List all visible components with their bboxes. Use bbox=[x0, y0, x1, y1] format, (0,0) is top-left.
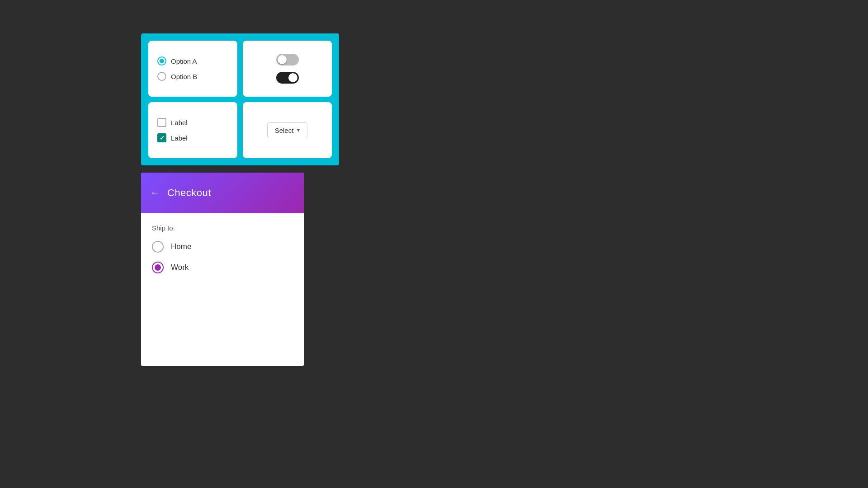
checkout-title: Checkout bbox=[167, 187, 211, 199]
radio-label-b: Option B bbox=[171, 73, 197, 80]
checkbox-label-2: Label bbox=[171, 134, 188, 142]
chevron-down-icon: ▾ bbox=[297, 127, 300, 133]
toggle-knob-on bbox=[288, 73, 297, 82]
widget-panel: Option A Option B Label bbox=[141, 33, 339, 165]
ship-label-home: Home bbox=[171, 242, 191, 251]
radio-circle-a bbox=[157, 56, 166, 66]
toggle-group bbox=[252, 54, 323, 84]
select-button[interactable]: Select ▾ bbox=[267, 122, 308, 138]
toggle-on[interactable] bbox=[276, 72, 299, 84]
select-label: Select bbox=[275, 127, 294, 134]
radio-group: Option A Option B bbox=[157, 56, 197, 81]
radio-option-b[interactable]: Option B bbox=[157, 72, 197, 81]
checkbox-label-1: Label bbox=[171, 119, 188, 127]
radio-label-a: Option A bbox=[171, 57, 197, 65]
ship-option-work[interactable]: Work bbox=[152, 262, 293, 273]
ship-label-work: Work bbox=[171, 263, 189, 272]
checkbox-item-1[interactable]: Label bbox=[157, 118, 188, 127]
checkbox-box-1 bbox=[157, 118, 166, 127]
select-card: Select ▾ bbox=[243, 102, 332, 158]
radio-option-a[interactable]: Option A bbox=[157, 56, 197, 66]
toggle-knob-off bbox=[278, 55, 287, 64]
checkout-panel: ← Checkout Ship to: Home Work bbox=[141, 173, 304, 366]
ship-radio-home bbox=[152, 241, 164, 253]
checkout-body: Ship to: Home Work bbox=[141, 213, 304, 366]
checkout-header: ← Checkout bbox=[141, 173, 304, 213]
checkbox-card: Label Label bbox=[148, 102, 237, 158]
checkbox-group: Label Label bbox=[157, 118, 188, 142]
ship-radio-work bbox=[152, 262, 164, 273]
radio-card: Option A Option B bbox=[148, 41, 237, 97]
back-arrow-icon[interactable]: ← bbox=[150, 187, 160, 199]
ship-option-home[interactable]: Home bbox=[152, 241, 293, 253]
toggle-off[interactable] bbox=[276, 54, 299, 66]
toggle-card bbox=[243, 41, 332, 97]
checkbox-box-2 bbox=[157, 133, 166, 142]
checkbox-item-2[interactable]: Label bbox=[157, 133, 188, 142]
ship-to-label: Ship to: bbox=[152, 224, 293, 232]
radio-circle-b bbox=[157, 72, 166, 81]
ship-options: Home Work bbox=[152, 241, 293, 273]
